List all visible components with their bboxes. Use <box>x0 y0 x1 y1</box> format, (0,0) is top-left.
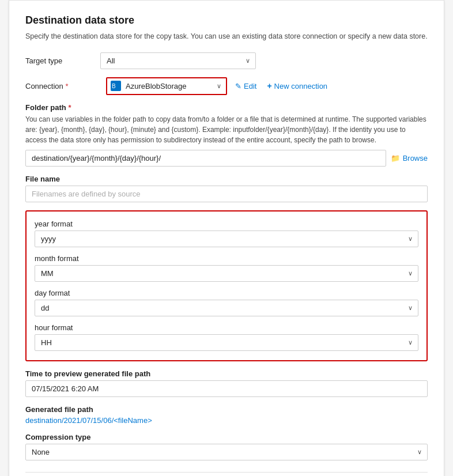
compression-label: Compression type <box>25 433 428 441</box>
hour-format-row: hour format HH H hh h ∨ <box>35 323 418 351</box>
year-format-select[interactable]: yyyy yy y <box>35 231 418 247</box>
generated-path-label: Generated file path <box>25 405 428 414</box>
hour-format-select[interactable]: HH H hh h <box>35 334 418 351</box>
panel-title: Destination data store <box>25 14 428 27</box>
compression-select-wrapper: None gzip bzip2 deflate ZipDeflate TarGz… <box>25 444 428 460</box>
browse-button[interactable]: 📁 Browse <box>391 154 428 163</box>
preview-section: Time to preview generated file path <box>25 369 428 397</box>
day-format-select[interactable]: dd d <box>35 300 418 316</box>
destination-data-store-panel: Destination data store Specify the desti… <box>9 0 444 476</box>
connection-select[interactable]: AzureBlobStorage <box>106 77 227 95</box>
year-format-row: year format yyyy yy y ∨ <box>35 220 418 247</box>
preview-label: Time to preview generated file path <box>25 369 428 378</box>
footer: ‹ Previous Next › <box>25 472 428 476</box>
target-type-label: Target type <box>25 56 100 65</box>
year-format-select-wrapper: yyyy yy y ∨ <box>35 231 418 247</box>
preview-input[interactable] <box>25 380 428 397</box>
connection-label: Connection * <box>25 82 100 90</box>
connection-required-mark: * <box>65 82 68 90</box>
azure-blob-icon: B <box>111 81 121 91</box>
target-type-select-wrapper: All ∨ <box>100 52 256 69</box>
edit-connection-button[interactable]: ✎ Edit <box>233 82 259 90</box>
file-name-label: File name <box>25 175 428 183</box>
target-type-row: Target type All ∨ <box>25 52 428 69</box>
day-format-label: day format <box>35 289 418 297</box>
folder-path-required: * <box>66 103 71 112</box>
month-format-select-wrapper: MM M mm m ∨ <box>35 265 418 282</box>
month-format-label: month format <box>35 254 418 263</box>
year-format-label: year format <box>35 220 418 228</box>
day-format-row: day format dd d ∨ <box>35 289 418 316</box>
connection-select-wrapper: B AzureBlobStorage ∨ <box>106 77 227 95</box>
file-name-input[interactable] <box>25 186 428 202</box>
month-format-row: month format MM M mm m ∨ <box>35 254 418 282</box>
folder-path-row: 📁 Browse <box>25 150 428 167</box>
folder-path-input[interactable] <box>25 150 386 167</box>
file-name-section: File name <box>25 175 428 202</box>
compression-section: Compression type None gzip bzip2 deflate… <box>25 433 428 460</box>
plus-icon: + <box>267 81 271 90</box>
target-type-select[interactable]: All <box>100 52 256 69</box>
format-section: year format yyyy yy y ∨ month format MM … <box>25 210 428 361</box>
compression-select[interactable]: None gzip bzip2 deflate ZipDeflate TarGz… <box>25 444 428 460</box>
panel-description: Specify the destination data store for t… <box>25 31 428 42</box>
hour-format-label: hour format <box>35 323 418 332</box>
folder-path-description: You can use variables in the folder path… <box>25 114 428 145</box>
connection-row: Connection * B AzureBlobStorage ∨ ✎ Edit… <box>25 77 428 95</box>
month-format-select[interactable]: MM M mm m <box>35 265 418 282</box>
generated-path-value: destination/2021/07/15/06/<fileName> <box>25 416 428 425</box>
generated-path-section: Generated file path destination/2021/07/… <box>25 405 428 425</box>
day-format-select-wrapper: dd d ∨ <box>35 300 418 316</box>
folder-path-label: Folder path * <box>25 103 428 112</box>
pencil-icon: ✎ <box>235 82 241 90</box>
new-connection-button[interactable]: + New connection <box>265 81 330 90</box>
hour-format-select-wrapper: HH H hh h ∨ <box>35 334 418 351</box>
folder-icon: 📁 <box>391 154 400 163</box>
svg-text:B: B <box>112 83 116 89</box>
